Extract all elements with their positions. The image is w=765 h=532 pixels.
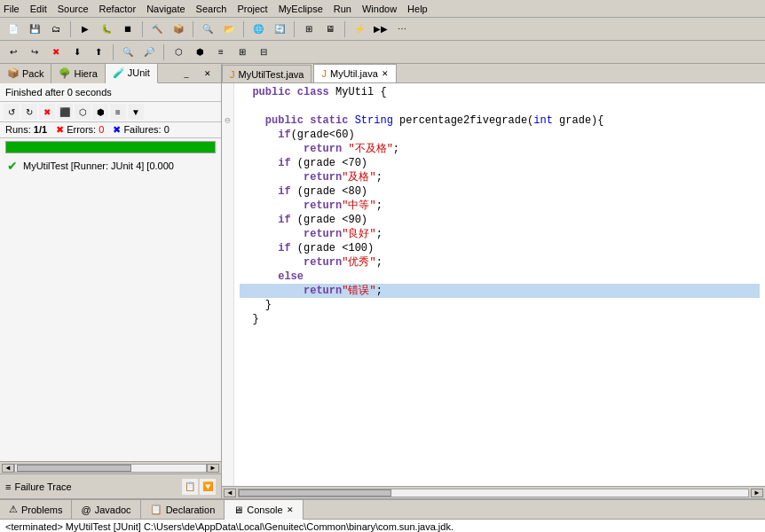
close-left-button[interactable]: ✕ [198, 65, 217, 82]
filter-button[interactable]: ≡ [110, 104, 126, 120]
stop-test-button[interactable]: ✖ [39, 104, 55, 120]
search-button[interactable]: 🔍 [198, 20, 217, 38]
stop-button[interactable]: ⏹ [118, 20, 138, 38]
rerun-failed-button[interactable]: ↻ [21, 104, 37, 120]
failure-trace-label: Failure Trace [14, 481, 71, 492]
sync-button[interactable]: 🔄 [270, 20, 289, 38]
sep5 [294, 21, 295, 37]
left-panel-actions: _ ✕ [173, 65, 221, 82]
save-all-button[interactable]: 🗂 [46, 20, 66, 38]
save-button[interactable]: 💾 [25, 20, 44, 38]
tab-myutiltest[interactable]: J MyUtilTest.java [222, 65, 312, 82]
code-content[interactable]: public class MyUtil { public static Stri… [234, 83, 765, 486]
deploy-button[interactable]: 📦 [169, 20, 188, 38]
run-button[interactable]: ▶ [75, 20, 95, 38]
console-button[interactable]: 🖥 [320, 20, 340, 38]
sep3 [193, 21, 193, 37]
menu-source[interactable]: Source [58, 4, 89, 14]
format-button[interactable]: ⬡ [169, 43, 188, 61]
code-line-highlighted: return"错误"; [240, 284, 760, 298]
scroll-right-button[interactable]: ▶ [207, 464, 219, 473]
code-area: ⊖ public class MyUtil { publ [222, 83, 765, 486]
menu-edit[interactable]: Edit [30, 4, 47, 14]
collapse-all-button[interactable]: ⬢ [92, 104, 108, 120]
editor-tabs: J MyUtilTest.java J MyUtil.java ✕ [222, 64, 765, 83]
menu-myeclipse[interactable]: MyEclipse [279, 4, 323, 14]
tab-pack-label: Pack [22, 68, 43, 79]
globe-button[interactable]: 🌐 [248, 20, 268, 38]
editor-hscroll-track[interactable] [238, 489, 749, 497]
editor-scroll-left[interactable]: ◀ [224, 489, 236, 497]
problems-icon: ⚠ [9, 504, 18, 515]
package-icon: 📦 [7, 67, 20, 79]
expand2-button[interactable]: ⊟ [254, 43, 273, 61]
open-button[interactable]: 📂 [219, 20, 239, 38]
declaration-icon: 📋 [150, 504, 162, 515]
test-item[interactable]: ✔ MyUtilTest [Runner: JUnit 4] [0.000 [2, 158, 219, 174]
menu-window[interactable]: Window [362, 4, 397, 14]
code-line [240, 99, 760, 113]
prev-error-button[interactable]: ⬆ [89, 43, 108, 61]
menubar: File Edit Source Refactor Navigate Searc… [0, 0, 765, 18]
find-button[interactable]: 🔍 [118, 43, 138, 61]
list-button[interactable]: ≡ [211, 43, 231, 61]
scroll-thumb[interactable] [17, 465, 131, 472]
tab-javadoc[interactable]: @ Javadoc [72, 500, 140, 520]
tab-declaration-label: Declaration [166, 505, 216, 515]
more-button[interactable]: ⋯ [392, 20, 412, 38]
expand-button[interactable]: ⊞ [233, 43, 252, 61]
hist-button[interactable]: ⬛ [57, 104, 73, 120]
editor-scroll-right[interactable]: ▶ [751, 489, 763, 497]
console-icon: 🖥 [233, 505, 243, 515]
tab-close-button[interactable]: ✕ [382, 69, 389, 78]
find2-button[interactable]: 🔎 [139, 43, 159, 61]
new-button[interactable]: 📄 [4, 20, 23, 38]
view-menu-button[interactable]: ▼ [128, 104, 144, 120]
copy-trace-button[interactable]: 📋 [182, 479, 198, 495]
junit-scrollbar: ◀ ▶ [0, 461, 221, 473]
rerun-button[interactable]: ↺ [4, 104, 20, 120]
javadoc-icon: @ [81, 505, 91, 515]
tab-problems-label: Problems [21, 505, 62, 515]
tab-hierarchy[interactable]: 🌳 Hiera [51, 64, 105, 83]
tab-console-close[interactable]: ✕ [287, 505, 294, 514]
perspective-button[interactable]: ⊞ [299, 20, 319, 38]
tab-myutil[interactable]: J MyUtil.java ✕ [313, 64, 396, 82]
hierarchy-icon: 🌳 [59, 67, 71, 79]
bottom-content: <terminated> MyUtilTest [JUnit] C:\Users… [0, 520, 765, 532]
tab-package-explorer[interactable]: 📦 Pack [0, 64, 51, 83]
tab-junit[interactable]: 🧪 JUnit [106, 64, 158, 83]
debug-button[interactable]: 🐛 [97, 20, 116, 38]
build-button[interactable]: 🔨 [147, 20, 167, 38]
menu-help[interactable]: Help [407, 4, 428, 14]
left-panel: 📦 Pack 🌳 Hiera 🧪 JUnit _ ✕ Finished afte… [0, 64, 222, 498]
tab-problems[interactable]: ⚠ Problems [0, 500, 72, 520]
menu-refactor[interactable]: Refactor [99, 4, 137, 14]
tab-console[interactable]: 🖥 Console ✕ [225, 500, 303, 520]
scroll-track[interactable] [14, 464, 207, 473]
undo-button[interactable]: ↩ [4, 43, 23, 61]
error-button[interactable]: ✖ [46, 43, 66, 61]
sep1 [70, 21, 71, 37]
menu-navigate[interactable]: Navigate [146, 4, 185, 14]
profile-button[interactable]: ⚡ [350, 20, 369, 38]
expand-all-button[interactable]: ⬡ [75, 104, 91, 120]
scroll-left-button[interactable]: ◀ [2, 464, 14, 473]
menu-file[interactable]: File [4, 4, 20, 14]
redo-button[interactable]: ↪ [25, 43, 44, 61]
menu-project[interactable]: Project [237, 4, 267, 14]
bottom-panel: ⚠ Problems @ Javadoc 📋 Declaration 🖥 Con… [0, 498, 765, 532]
code-line: public static String percentage2fivegrad… [240, 113, 760, 128]
next-error-button[interactable]: ⬇ [67, 43, 87, 61]
editor-hscroll-thumb[interactable] [239, 489, 391, 497]
minimize-left-button[interactable]: _ [177, 65, 196, 82]
junit-toolbar: ↺ ↻ ✖ ⬛ ⬡ ⬢ ≡ ▼ [0, 102, 221, 122]
bottom-tabs: ⚠ Problems @ Javadoc 📋 Declaration 🖥 Con… [0, 500, 765, 520]
code-line: if (grade <80) [240, 184, 760, 199]
menu-run[interactable]: Run [334, 4, 351, 14]
menu-search[interactable]: Search [196, 4, 227, 14]
tab-declaration[interactable]: 📋 Declaration [141, 500, 225, 520]
format2-button[interactable]: ⬢ [190, 43, 209, 61]
filter-trace-button[interactable]: 🔽 [200, 479, 216, 495]
run2-button[interactable]: ▶▶ [371, 20, 390, 38]
